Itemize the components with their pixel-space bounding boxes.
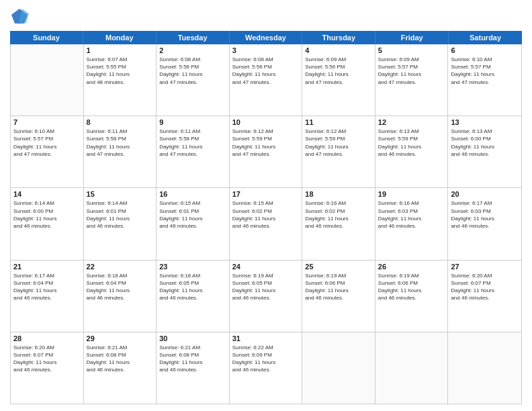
calendar-day-1: 1Sunrise: 6:07 AMSunset: 5:55 PMDaylight… xyxy=(84,44,157,116)
day-info: Sunrise: 6:20 AMSunset: 6:07 PMDaylight:… xyxy=(451,272,519,302)
day-info: Sunrise: 6:14 AMSunset: 6:01 PMDaylight:… xyxy=(87,199,154,230)
day-number: 20 xyxy=(451,190,519,198)
calendar-row-1: 1Sunrise: 6:07 AMSunset: 5:55 PMDaylight… xyxy=(11,44,521,116)
calendar-day-25: 25Sunrise: 6:19 AMSunset: 6:06 PMDayligh… xyxy=(302,261,375,332)
calendar-day-18: 18Sunrise: 6:16 AMSunset: 6:02 PMDayligh… xyxy=(302,188,375,259)
calendar-day-28: 28Sunrise: 6:20 AMSunset: 6:07 PMDayligh… xyxy=(11,332,84,404)
header-day-saturday: Saturday xyxy=(449,31,522,44)
day-info: Sunrise: 6:22 AMSunset: 6:09 PMDaylight:… xyxy=(232,344,300,374)
calendar-header: SundayMondayTuesdayWednesdayThursdayFrid… xyxy=(10,31,522,44)
calendar-day-9: 9Sunrise: 6:11 AMSunset: 5:58 PMDaylight… xyxy=(157,116,230,187)
calendar-day-22: 22Sunrise: 6:18 AMSunset: 6:04 PMDayligh… xyxy=(84,261,157,332)
calendar-day-8: 8Sunrise: 6:11 AMSunset: 5:58 PMDaylight… xyxy=(84,116,157,187)
day-info: Sunrise: 6:21 AMSunset: 6:08 PMDaylight:… xyxy=(159,344,226,374)
day-info: Sunrise: 6:19 AMSunset: 6:06 PMDaylight:… xyxy=(378,272,445,302)
day-info: Sunrise: 6:10 AMSunset: 5:57 PMDaylight:… xyxy=(13,128,81,158)
calendar-day-10: 10Sunrise: 6:12 AMSunset: 5:59 PMDayligh… xyxy=(230,116,303,187)
calendar-day-13: 13Sunrise: 6:13 AMSunset: 6:00 PMDayligh… xyxy=(448,116,521,187)
calendar-day-17: 17Sunrise: 6:15 AMSunset: 6:02 PMDayligh… xyxy=(230,188,303,259)
calendar-empty-cell xyxy=(448,332,521,404)
calendar-day-21: 21Sunrise: 6:17 AMSunset: 6:04 PMDayligh… xyxy=(11,261,84,332)
day-info: Sunrise: 6:09 AMSunset: 5:57 PMDaylight:… xyxy=(378,56,445,86)
day-number: 3 xyxy=(232,46,300,54)
day-number: 15 xyxy=(87,190,154,198)
day-number: 22 xyxy=(87,263,154,271)
calendar-day-14: 14Sunrise: 6:14 AMSunset: 6:00 PMDayligh… xyxy=(11,188,84,259)
day-number: 14 xyxy=(13,190,81,198)
day-number: 9 xyxy=(159,118,226,126)
calendar-day-15: 15Sunrise: 6:14 AMSunset: 6:01 PMDayligh… xyxy=(84,188,157,259)
day-number: 13 xyxy=(451,118,519,126)
day-info: Sunrise: 6:14 AMSunset: 6:00 PMDaylight:… xyxy=(13,199,81,230)
day-number: 30 xyxy=(159,334,226,342)
day-info: Sunrise: 6:09 AMSunset: 5:56 PMDaylight:… xyxy=(305,56,372,86)
day-number: 1 xyxy=(87,46,154,54)
calendar-day-11: 11Sunrise: 6:12 AMSunset: 5:59 PMDayligh… xyxy=(302,116,375,187)
day-info: Sunrise: 6:17 AMSunset: 6:03 PMDaylight:… xyxy=(451,199,519,230)
calendar-empty-cell xyxy=(302,332,375,404)
calendar-day-30: 30Sunrise: 6:21 AMSunset: 6:08 PMDayligh… xyxy=(157,332,230,404)
calendar-day-31: 31Sunrise: 6:22 AMSunset: 6:09 PMDayligh… xyxy=(230,332,303,404)
header-day-wednesday: Wednesday xyxy=(230,31,303,44)
day-info: Sunrise: 6:19 AMSunset: 6:05 PMDaylight:… xyxy=(232,272,300,302)
day-info: Sunrise: 6:20 AMSunset: 6:07 PMDaylight:… xyxy=(13,344,81,374)
day-info: Sunrise: 6:12 AMSunset: 5:59 PMDaylight:… xyxy=(305,128,372,158)
calendar-body: 1Sunrise: 6:07 AMSunset: 5:55 PMDaylight… xyxy=(10,44,522,404)
day-info: Sunrise: 6:17 AMSunset: 6:04 PMDaylight:… xyxy=(13,272,81,302)
calendar-day-29: 29Sunrise: 6:21 AMSunset: 6:08 PMDayligh… xyxy=(84,332,157,404)
day-info: Sunrise: 6:08 AMSunset: 5:56 PMDaylight:… xyxy=(232,56,300,86)
day-number: 12 xyxy=(378,118,445,126)
calendar-day-2: 2Sunrise: 6:08 AMSunset: 5:56 PMDaylight… xyxy=(157,44,230,116)
calendar-day-5: 5Sunrise: 6:09 AMSunset: 5:57 PMDaylight… xyxy=(375,44,449,116)
calendar-row-3: 14Sunrise: 6:14 AMSunset: 6:00 PMDayligh… xyxy=(11,188,521,260)
calendar-day-23: 23Sunrise: 6:18 AMSunset: 6:05 PMDayligh… xyxy=(157,261,230,332)
calendar-empty-cell xyxy=(11,44,84,116)
calendar-day-19: 19Sunrise: 6:16 AMSunset: 6:03 PMDayligh… xyxy=(375,188,449,259)
day-number: 21 xyxy=(13,263,81,271)
day-info: Sunrise: 6:13 AMSunset: 5:59 PMDaylight:… xyxy=(378,128,445,158)
day-number: 29 xyxy=(87,334,154,342)
day-number: 4 xyxy=(305,46,372,54)
calendar: SundayMondayTuesdayWednesdayThursdayFrid… xyxy=(10,31,522,404)
day-info: Sunrise: 6:16 AMSunset: 6:02 PMDaylight:… xyxy=(305,199,372,230)
day-number: 24 xyxy=(232,263,300,271)
day-number: 17 xyxy=(232,190,300,198)
day-info: Sunrise: 6:15 AMSunset: 6:02 PMDaylight:… xyxy=(232,199,300,230)
day-number: 25 xyxy=(305,263,372,271)
logo xyxy=(10,7,32,26)
day-number: 28 xyxy=(13,334,81,342)
calendar-day-20: 20Sunrise: 6:17 AMSunset: 6:03 PMDayligh… xyxy=(448,188,521,259)
header-day-monday: Monday xyxy=(83,31,157,44)
day-info: Sunrise: 6:11 AMSunset: 5:58 PMDaylight:… xyxy=(87,128,154,158)
day-info: Sunrise: 6:07 AMSunset: 5:55 PMDaylight:… xyxy=(87,56,154,86)
day-number: 7 xyxy=(13,118,81,126)
calendar-day-12: 12Sunrise: 6:13 AMSunset: 5:59 PMDayligh… xyxy=(375,116,449,187)
day-number: 31 xyxy=(232,334,300,342)
day-number: 5 xyxy=(378,46,445,54)
calendar-day-4: 4Sunrise: 6:09 AMSunset: 5:56 PMDaylight… xyxy=(302,44,375,116)
calendar-empty-cell xyxy=(375,332,449,404)
day-info: Sunrise: 6:21 AMSunset: 6:08 PMDaylight:… xyxy=(87,344,154,374)
day-number: 11 xyxy=(305,118,372,126)
day-number: 18 xyxy=(305,190,372,198)
header-day-thursday: Thursday xyxy=(302,31,375,44)
calendar-row-5: 28Sunrise: 6:20 AMSunset: 6:07 PMDayligh… xyxy=(11,332,521,404)
day-info: Sunrise: 6:11 AMSunset: 5:58 PMDaylight:… xyxy=(159,128,226,158)
calendar-day-24: 24Sunrise: 6:19 AMSunset: 6:05 PMDayligh… xyxy=(230,261,303,332)
calendar-row-4: 21Sunrise: 6:17 AMSunset: 6:04 PMDayligh… xyxy=(11,261,521,332)
day-number: 23 xyxy=(159,263,226,271)
day-info: Sunrise: 6:19 AMSunset: 6:06 PMDaylight:… xyxy=(305,272,372,302)
header-day-friday: Friday xyxy=(375,31,449,44)
page-header xyxy=(10,7,522,26)
calendar-day-16: 16Sunrise: 6:15 AMSunset: 6:01 PMDayligh… xyxy=(157,188,230,259)
day-info: Sunrise: 6:18 AMSunset: 6:05 PMDaylight:… xyxy=(159,272,226,302)
calendar-day-7: 7Sunrise: 6:10 AMSunset: 5:57 PMDaylight… xyxy=(11,116,84,187)
day-number: 2 xyxy=(159,46,226,54)
day-number: 8 xyxy=(87,118,154,126)
day-info: Sunrise: 6:18 AMSunset: 6:04 PMDaylight:… xyxy=(87,272,154,302)
day-number: 19 xyxy=(378,190,445,198)
day-info: Sunrise: 6:16 AMSunset: 6:03 PMDaylight:… xyxy=(378,199,445,230)
header-day-tuesday: Tuesday xyxy=(157,31,230,44)
day-info: Sunrise: 6:12 AMSunset: 5:59 PMDaylight:… xyxy=(232,128,300,158)
day-number: 10 xyxy=(232,118,300,126)
